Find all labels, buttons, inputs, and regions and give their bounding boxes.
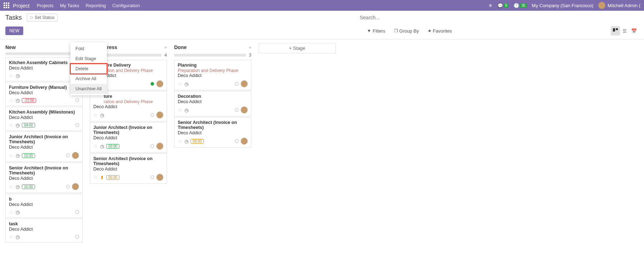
assignee-avatar[interactable] (241, 80, 248, 87)
card-customer: Deco Addict (178, 130, 248, 135)
state-toggle[interactable] (151, 82, 154, 86)
state-toggle[interactable] (151, 144, 154, 148)
state-toggle[interactable] (75, 123, 79, 127)
menu-fold[interactable]: Fold (70, 44, 107, 54)
state-toggle[interactable] (151, 113, 154, 117)
task-card[interactable]: Senior Architect (Invoice on Timesheets)… (5, 163, 83, 193)
state-toggle[interactable] (235, 82, 239, 86)
clock-icon[interactable]: ◷ (16, 184, 20, 189)
brand[interactable]: Project (13, 3, 30, 9)
clock-icon[interactable]: ◷ (16, 234, 20, 240)
task-card[interactable]: Planning Preparation and Delivery Phase … (174, 60, 251, 90)
task-card[interactable]: Senior Architect (Invoice on Timesheets)… (90, 153, 167, 184)
search-input[interactable] (360, 15, 531, 20)
task-card[interactable]: Senior Architect (Invoice on Timesheets)… (174, 117, 251, 148)
state-toggle[interactable] (75, 210, 79, 214)
card-title: Senior Architect (Invoice on Timesheets) (178, 120, 248, 130)
calendar-view-button[interactable]: 📅 (629, 26, 639, 35)
star-icon[interactable]: ☆ (9, 209, 14, 215)
nav-reporting[interactable]: Reporting (86, 3, 106, 8)
task-card[interactable]: ture ration and Delivery Phase Deco Addi… (90, 91, 167, 121)
star-icon[interactable]: ☆ (93, 174, 98, 180)
time-badge: 15:00 (22, 184, 35, 189)
menu-unarchive-all[interactable]: Unarchive All (70, 84, 107, 94)
upload-icon[interactable]: ⬆ (100, 175, 104, 180)
card-customer: Deco Addict (9, 115, 79, 120)
nav-projects[interactable]: Projects (37, 3, 54, 8)
star-icon[interactable]: ☆ (9, 184, 14, 189)
task-card[interactable]: b Deco Addict ☆◷ (5, 194, 83, 218)
clock-icon[interactable]: ◷ (100, 112, 104, 118)
search-box[interactable] (360, 15, 531, 20)
star-icon[interactable]: ☆ (178, 107, 182, 113)
user-avatar (598, 2, 605, 9)
chat-icon[interactable]: 💬9 (497, 3, 509, 8)
state-toggle[interactable] (75, 98, 79, 102)
clock-icon[interactable]: ◷ (16, 73, 20, 78)
set-status-button[interactable]: Set Status (27, 14, 58, 21)
bug-icon[interactable]: ✳ (488, 3, 492, 8)
menu-archive-all[interactable]: Archive All (70, 74, 107, 84)
favorites-dropdown[interactable]: ★Favorites (428, 28, 452, 34)
clock-icon[interactable]: ◷ (16, 153, 20, 158)
new-button[interactable]: NEW (5, 27, 23, 35)
card-customer: Deco Addict (9, 202, 79, 207)
activity-badge: 35 (520, 3, 527, 8)
clock-icon[interactable]: ◷ (100, 144, 104, 149)
star-icon[interactable]: ☆ (178, 138, 182, 144)
user-menu[interactable]: Mitchell Admin ( (598, 2, 640, 9)
clock-icon[interactable]: ◷ (16, 122, 20, 128)
assignee-avatar[interactable] (72, 152, 79, 159)
column-add-icon[interactable]: + (164, 45, 167, 50)
assignee-avatar[interactable] (156, 174, 163, 181)
clock-icon[interactable]: ◷ (185, 107, 188, 113)
star-icon[interactable]: ☆ (93, 143, 98, 149)
column-add-icon[interactable]: + (249, 45, 251, 50)
star-icon[interactable]: ☆ (9, 234, 14, 240)
task-card[interactable]: Junior Architect (Invoice on Timesheets)… (5, 131, 83, 162)
user-name: Mitchell Admin ( (608, 3, 640, 8)
kanban-board: New ⚙ + Fold Edit Stage Delete Archive A… (0, 39, 644, 247)
task-card[interactable]: Decoration Deco Addict ☆◷ (174, 91, 251, 116)
menu-edit-stage[interactable]: Edit Stage (70, 54, 107, 64)
state-toggle[interactable] (151, 176, 154, 179)
state-toggle[interactable] (235, 139, 239, 143)
assignee-avatar[interactable] (156, 143, 163, 150)
star-icon[interactable]: ☆ (9, 153, 14, 158)
task-card[interactable]: Kitchen Assembly (Milestones) Deco Addic… (5, 107, 83, 131)
star-icon[interactable]: ☆ (9, 73, 14, 78)
star-icon[interactable]: ☆ (9, 122, 14, 128)
state-toggle[interactable] (75, 235, 79, 239)
clock-icon[interactable]: ◷ (16, 98, 20, 103)
assignee-avatar[interactable] (72, 183, 79, 190)
menu-delete[interactable]: Delete (70, 64, 107, 74)
clock-icon[interactable]: ◷ (185, 81, 188, 87)
star-icon[interactable]: ☆ (93, 112, 98, 118)
task-card[interactable]: Junior Architect (Invoice on Timesheets)… (90, 122, 167, 153)
nav-my-tasks[interactable]: My Tasks (60, 3, 79, 8)
list-view-button[interactable]: ☰ (620, 26, 629, 35)
card-phase: Preparation and Delivery Phase (178, 68, 248, 73)
nav-configuration[interactable]: Configuration (112, 3, 140, 8)
column-count: 3 (249, 52, 251, 58)
state-toggle[interactable] (66, 185, 70, 188)
state-toggle[interactable] (235, 108, 239, 112)
card-customer: Deco Addict (93, 104, 163, 109)
assignee-avatar[interactable] (241, 106, 248, 114)
clock-icon[interactable]: ◷ (185, 139, 188, 144)
assignee-avatar[interactable] (241, 138, 248, 145)
kanban-view-button[interactable] (611, 26, 620, 35)
star-icon[interactable]: ☆ (178, 81, 182, 87)
assignee-avatar[interactable] (156, 80, 163, 87)
apps-icon[interactable] (4, 3, 9, 8)
star-icon[interactable]: ☆ (9, 97, 14, 103)
assignee-avatar[interactable] (156, 111, 163, 119)
company-switcher[interactable]: My Company (San Francisco) (532, 3, 593, 8)
state-toggle[interactable] (66, 154, 70, 157)
group-by-dropdown[interactable]: ❒Group By (394, 28, 419, 34)
filters-dropdown[interactable]: ▼Filters (367, 28, 385, 34)
task-card[interactable]: task Deco Addict ☆◷ (5, 218, 83, 242)
clock-icon[interactable]: ◷ (16, 210, 20, 215)
add-stage-button[interactable]: + Stage (259, 43, 336, 53)
activity-icon[interactable]: 🕐35 (513, 3, 527, 8)
